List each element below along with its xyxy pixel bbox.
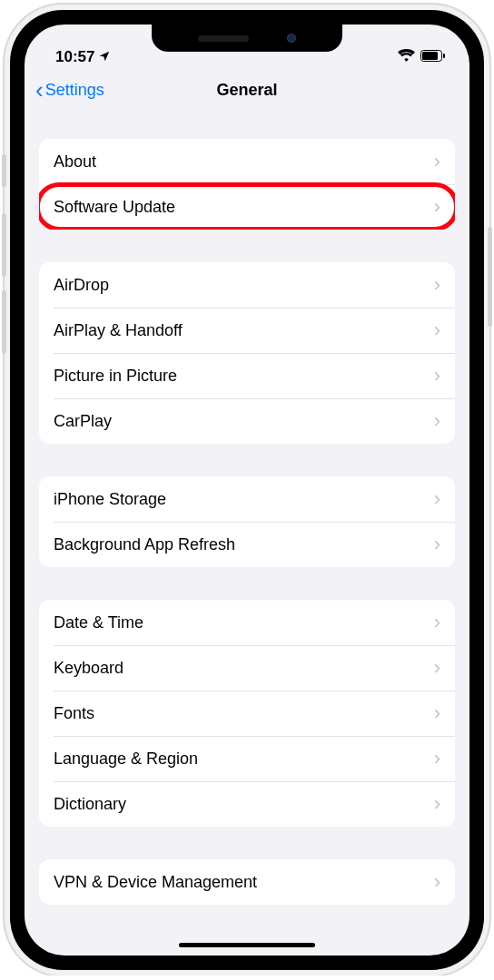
row-label: iPhone Storage — [54, 490, 434, 509]
status-right — [398, 48, 446, 66]
back-button[interactable]: ‹ Settings — [35, 78, 104, 102]
volume-down — [2, 290, 6, 354]
settings-group: AirDrop›AirPlay & Handoff›Picture in Pic… — [39, 262, 455, 444]
chevron-right-icon: › — [434, 870, 440, 894]
row-language-region[interactable]: Language & Region› — [39, 736, 455, 781]
row-label: Date & Time — [54, 613, 434, 632]
page-title: General — [216, 81, 277, 100]
status-left: 10:57 — [55, 48, 111, 66]
row-picture-in-picture[interactable]: Picture in Picture› — [39, 353, 455, 398]
row-keyboard[interactable]: Keyboard› — [39, 645, 455, 691]
row-carplay[interactable]: CarPlay› — [39, 398, 455, 444]
row-label: Language & Region — [54, 750, 434, 769]
row-fonts[interactable]: Fonts› — [39, 691, 455, 736]
chevron-right-icon: › — [434, 747, 440, 770]
row-dictionary[interactable]: Dictionary› — [39, 781, 455, 827]
front-camera — [287, 34, 296, 43]
row-date-time[interactable]: Date & Time› — [39, 600, 455, 645]
notch — [152, 24, 342, 52]
chevron-left-icon: ‹ — [35, 78, 44, 102]
row-vpn-device-management[interactable]: VPN & Device Management› — [39, 859, 455, 905]
row-label: AirPlay & Handoff — [54, 321, 434, 340]
status-time: 10:57 — [55, 48, 94, 66]
row-label: Fonts — [54, 704, 434, 723]
chevron-right-icon: › — [434, 195, 440, 219]
row-label: CarPlay — [54, 412, 434, 431]
row-background-app-refresh[interactable]: Background App Refresh› — [39, 522, 455, 567]
power-button — [488, 227, 492, 327]
settings-group: iPhone Storage›Background App Refresh› — [39, 476, 455, 567]
wifi-icon — [398, 48, 415, 66]
svg-rect-2 — [443, 54, 445, 58]
home-indicator[interactable] — [179, 943, 315, 947]
row-label: Picture in Picture — [54, 367, 434, 386]
row-label: About — [54, 152, 434, 172]
chevron-right-icon: › — [434, 656, 440, 680]
back-label: Settings — [45, 81, 104, 100]
mute-switch — [2, 154, 6, 187]
chevron-right-icon: › — [434, 533, 440, 556]
chevron-right-icon: › — [434, 701, 440, 725]
chevron-right-icon: › — [434, 487, 440, 511]
chevron-right-icon: › — [434, 273, 440, 297]
chevron-right-icon: › — [434, 318, 440, 342]
row-about[interactable]: About› — [39, 139, 455, 184]
row-airplay-handoff[interactable]: AirPlay & Handoff› — [39, 308, 455, 353]
row-label: Background App Refresh — [54, 535, 434, 554]
battery-icon — [420, 48, 446, 66]
row-iphone-storage[interactable]: iPhone Storage› — [39, 476, 455, 522]
row-software-update[interactable]: Software Update› — [39, 184, 455, 230]
row-label: Dictionary — [54, 795, 434, 814]
row-label: Software Update — [54, 198, 434, 217]
chevron-right-icon: › — [434, 611, 440, 634]
device-bezel: 10:57 ‹ Settings — [10, 10, 484, 970]
screen: 10:57 ‹ Settings — [25, 24, 469, 956]
settings-group: VPN & Device Management› — [39, 859, 455, 905]
chevron-right-icon: › — [434, 150, 440, 173]
chevron-right-icon: › — [434, 364, 440, 387]
chevron-right-icon: › — [434, 409, 440, 433]
row-label: AirDrop — [54, 276, 434, 295]
location-icon — [98, 50, 111, 65]
svg-rect-1 — [422, 52, 438, 60]
volume-up — [2, 213, 6, 277]
chevron-right-icon: › — [434, 792, 440, 816]
settings-group: About›Software Update› — [39, 139, 455, 230]
settings-group: Date & Time›Keyboard›Fonts›Language & Re… — [39, 600, 455, 827]
row-label: Keyboard — [54, 659, 434, 678]
row-airdrop[interactable]: AirDrop› — [39, 262, 455, 308]
nav-bar: ‹ Settings General — [25, 68, 469, 112]
row-label: VPN & Device Management — [54, 873, 434, 892]
content-scroll[interactable]: About›Software Update›AirDrop›AirPlay & … — [25, 112, 469, 956]
speaker-grille — [198, 35, 249, 42]
device-frame: 10:57 ‹ Settings — [5, 5, 489, 975]
